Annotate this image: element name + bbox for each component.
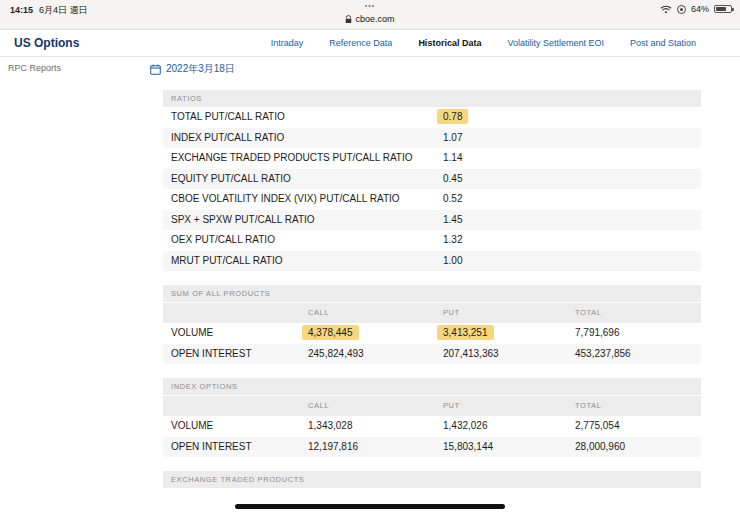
table-row: OPEN INTEREST 12,197,816 15,803,144 28,0… xyxy=(163,437,701,458)
browser-url[interactable]: cboe.com xyxy=(355,14,394,25)
col-header-call: CALL xyxy=(308,396,329,416)
ratio-value: 1.32 xyxy=(443,230,462,251)
browser-address-bar[interactable]: ••• cboe.com xyxy=(0,2,740,28)
ratio-value-highlighted: 0.78 xyxy=(437,109,468,124)
table-row: VOLUME 4,378,445 3,413,251 7,791,696 xyxy=(163,323,701,344)
table-row: OPEN INTEREST 245,824,493 207,413,363 45… xyxy=(163,344,701,365)
total-value: 453,237,856 xyxy=(575,344,631,365)
brand-us-options[interactable]: US Options xyxy=(14,36,79,50)
alarm-icon xyxy=(677,5,686,14)
total-value: 2,775,054 xyxy=(575,416,620,437)
col-header-put: PUT xyxy=(443,396,460,416)
wifi-icon xyxy=(660,5,672,14)
ratio-value: 1.07 xyxy=(443,128,462,149)
row-label: VOLUME xyxy=(163,327,213,338)
nav-item-intraday[interactable]: Intraday xyxy=(271,38,304,48)
call-value: 1,343,028 xyxy=(308,416,353,437)
nav-item-post-and-station[interactable]: Post and Station xyxy=(630,38,696,48)
row-label: OPEN INTEREST xyxy=(163,441,252,452)
ratio-label: MRUT PUT/CALL RATIO xyxy=(163,255,283,266)
index-options-section: INDEX OPTIONS CALL PUT TOTAL VOLUME 1,34… xyxy=(163,378,701,457)
put-value: 15,803,144 xyxy=(443,437,493,458)
col-header-put: PUT xyxy=(443,303,460,323)
status-right: 64% xyxy=(660,4,732,14)
ratio-value: 0.52 xyxy=(443,189,462,210)
row-label: VOLUME xyxy=(163,420,213,431)
ratio-value: 0.45 xyxy=(443,169,462,190)
status-bar: 14:156月4日 週日 ••• cboe.com 64% xyxy=(0,0,740,30)
exchange-traded-products-section: EXCHANGE TRADED PRODUCTS xyxy=(163,471,701,488)
total-value: 7,791,696 xyxy=(575,323,620,344)
table-row: EQUITY PUT/CALL RATIO 0.45 xyxy=(163,169,701,190)
sum-of-all-products-section: SUM OF ALL PRODUCTS CALL PUT TOTAL VOLUM… xyxy=(163,285,701,364)
col-header-total: TOTAL xyxy=(575,303,601,323)
ratio-label: EXCHANGE TRADED PRODUCTS PUT/CALL RATIO xyxy=(163,152,413,163)
nav-items: Intraday Reference Data Historical Data … xyxy=(271,38,696,48)
ratio-label: CBOE VOLATILITY INDEX (VIX) PUT/CALL RAT… xyxy=(163,193,400,204)
battery-icon xyxy=(714,5,732,13)
ratio-label: TOTAL PUT/CALL RATIO xyxy=(163,111,285,122)
call-value: 245,824,493 xyxy=(308,344,364,365)
browser-menu-icon[interactable]: ••• xyxy=(0,2,740,10)
page-content: RPC Reports 2022年3月18日 RATIOS TOTAL PUT/… xyxy=(0,57,740,514)
table-row: MRUT PUT/CALL RATIO 1.00 xyxy=(163,251,701,272)
nav-item-reference-data[interactable]: Reference Data xyxy=(329,38,392,48)
date-picker[interactable]: 2022年3月18日 xyxy=(150,62,701,76)
index-options-section-title: INDEX OPTIONS xyxy=(163,378,701,395)
table-row: VOLUME 1,343,028 1,432,026 2,775,054 xyxy=(163,416,701,437)
column-headers: CALL PUT TOTAL xyxy=(163,303,701,323)
call-value: 12,197,816 xyxy=(308,437,358,458)
total-value: 28,000,960 xyxy=(575,437,625,458)
column-headers: CALL PUT TOTAL xyxy=(163,396,701,416)
ratio-value: 1.00 xyxy=(443,251,462,272)
ratios-section-title: RATIOS xyxy=(163,90,701,107)
col-header-call: CALL xyxy=(308,303,329,323)
sidebar-item-rpc-reports[interactable]: RPC Reports xyxy=(8,63,61,73)
table-row: CBOE VOLATILITY INDEX (VIX) PUT/CALL RAT… xyxy=(163,189,701,210)
home-indicator[interactable] xyxy=(235,504,505,509)
etp-section-title: EXCHANGE TRADED PRODUCTS xyxy=(163,471,701,488)
site-nav: US Options Intraday Reference Data Histo… xyxy=(0,30,740,57)
table-row: EXCHANGE TRADED PRODUCTS PUT/CALL RATIO … xyxy=(163,148,701,169)
main-panel: 2022年3月18日 RATIOS TOTAL PUT/CALL RATIO 0… xyxy=(163,57,701,502)
table-row: INDEX PUT/CALL RATIO 1.07 xyxy=(163,128,701,149)
date-picker-value[interactable]: 2022年3月18日 xyxy=(166,62,235,76)
ratios-section: RATIOS TOTAL PUT/CALL RATIO 0.78 INDEX P… xyxy=(163,90,701,271)
put-value: 207,413,363 xyxy=(443,344,499,365)
ratio-value: 1.14 xyxy=(443,148,462,169)
battery-percent: 64% xyxy=(691,4,709,14)
table-row: TOTAL PUT/CALL RATIO 0.78 xyxy=(163,107,701,128)
sum-section-title: SUM OF ALL PRODUCTS xyxy=(163,285,701,302)
nav-item-historical-data[interactable]: Historical Data xyxy=(418,38,481,48)
ratio-value: 1.45 xyxy=(443,210,462,231)
ratio-label: EQUITY PUT/CALL RATIO xyxy=(163,173,291,184)
table-row: SPX + SPXW PUT/CALL RATIO 1.45 xyxy=(163,210,701,231)
nav-item-volatility-settlement-eoi[interactable]: Volatility Settlement EOI xyxy=(507,38,604,48)
put-value-highlighted: 3,413,251 xyxy=(437,325,494,340)
col-header-total: TOTAL xyxy=(575,396,601,416)
ratio-label: INDEX PUT/CALL RATIO xyxy=(163,132,284,143)
table-row: OEX PUT/CALL RATIO 1.32 xyxy=(163,230,701,251)
put-value: 1,432,026 xyxy=(443,416,488,437)
ratio-label: OEX PUT/CALL RATIO xyxy=(163,234,275,245)
ratio-label: SPX + SPXW PUT/CALL RATIO xyxy=(163,214,315,225)
row-label: OPEN INTEREST xyxy=(163,348,252,359)
calendar-icon xyxy=(150,64,161,75)
lock-icon xyxy=(345,15,352,24)
call-value-highlighted: 4,378,445 xyxy=(302,325,359,340)
